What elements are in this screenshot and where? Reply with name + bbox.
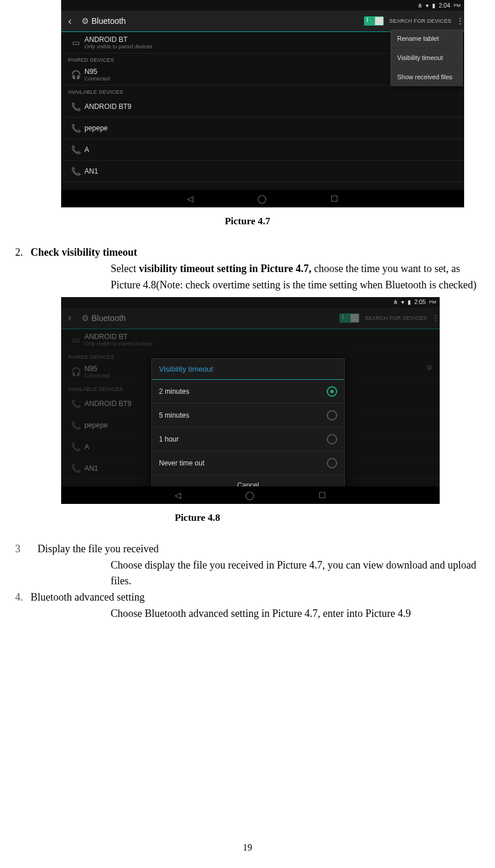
wifi-icon: ▾	[401, 299, 404, 305]
item2-heading: Check visibility timeout	[31, 246, 137, 258]
phone-icon: 📞	[67, 102, 84, 111]
headphones-icon: 🎧	[67, 367, 84, 376]
bluetooth-toggle[interactable]: I	[364, 16, 384, 26]
option-5-minutes[interactable]: 5 minutes	[152, 404, 344, 428]
item3-number: 3	[15, 541, 28, 558]
header-title: Bluetooth	[91, 16, 364, 26]
overflow-menu-icon: ⋮	[432, 313, 440, 323]
phone-icon: 📞	[67, 167, 84, 176]
item4-body: Choose Bluetooth advanced setting in Pic…	[111, 606, 483, 622]
caption-picture-4-7: Picture 4.7	[12, 216, 483, 227]
option-never-time-out[interactable]: Never time out	[152, 451, 344, 475]
status-time: 2:04	[439, 2, 450, 9]
section-available: AVAILABLE DEVICES	[61, 86, 464, 96]
radio-icon	[327, 458, 337, 468]
radio-icon	[327, 410, 337, 421]
item2-body: Select visibility timeout setting in Pic…	[111, 261, 483, 294]
item4-number: 4.	[15, 590, 28, 606]
status-time: 2:05	[415, 299, 426, 305]
item4-heading: Bluetooth advanced setting	[31, 591, 145, 603]
nav-home-icon[interactable]: ◯	[245, 491, 254, 500]
status-ampm: PM	[454, 3, 461, 8]
system-nav-bar: ◁ ◯ ☐	[61, 486, 440, 504]
radio-icon	[327, 434, 337, 444]
dialog-title: Visibility timeout	[152, 359, 344, 380]
status-ampm: PM	[429, 299, 436, 305]
status-bar: ⋔ ▾ ▮ 2:05 PM	[61, 297, 440, 308]
bluetooth-toggle: I	[340, 313, 359, 323]
app-header: ‹ ⚙ Bluetooth I SEARCH FOR DEVICES ⋮	[61, 308, 440, 329]
back-icon[interactable]: ‹	[61, 15, 79, 27]
radio-selected-icon	[327, 386, 337, 397]
tablet-icon: ▭	[67, 335, 84, 344]
option-1-hour[interactable]: 1 hour	[152, 428, 344, 451]
device-settings-icon: ⚙	[426, 364, 433, 372]
battery-icon: ▮	[408, 299, 411, 305]
screenshot-bluetooth-menu: ⋔ ▾ ▮ 2:04 PM ‹ ⚙ Bluetooth I SEARCH FOR…	[61, 0, 464, 207]
menu-show-received-files[interactable]: Show received files	[390, 68, 463, 86]
list-item-2: 2. Check visibility timeout	[15, 245, 483, 261]
item2-number: 2.	[15, 245, 28, 261]
search-devices-button: SEARCH FOR DEVICES	[365, 315, 427, 321]
screenshot-visibility-dialog: ⋔ ▾ ▮ 2:05 PM ‹ ⚙ Bluetooth I SEARCH FOR…	[61, 297, 440, 504]
nav-back-icon[interactable]: ◁	[175, 491, 181, 500]
available-device-row[interactable]: 📞 A	[61, 139, 464, 161]
overflow-menu: Rename tablet Visibility timeout Show re…	[390, 29, 463, 86]
self-device-row: ▭ ANDROID BT Only visible to paired devi…	[61, 329, 440, 351]
headphones-icon: 🎧	[67, 70, 84, 79]
nav-recents-icon[interactable]: ☐	[331, 194, 338, 203]
phone-icon: 📞	[67, 124, 84, 133]
menu-rename-tablet[interactable]: Rename tablet	[390, 29, 463, 48]
nav-home-icon[interactable]: ◯	[257, 194, 267, 203]
settings-gear-icon: ⚙	[79, 16, 91, 26]
battery-icon: ▮	[432, 2, 436, 9]
phone-icon: 📞	[67, 442, 84, 451]
bluetooth-icon: ⋔	[393, 299, 398, 305]
tablet-icon: ▭	[67, 38, 84, 47]
back-icon: ‹	[61, 312, 79, 324]
page-number: 19	[0, 842, 495, 853]
search-devices-button[interactable]: SEARCH FOR DEVICES	[390, 18, 451, 24]
settings-gear-icon: ⚙	[79, 313, 91, 323]
option-2-minutes[interactable]: 2 minutes	[152, 380, 344, 404]
available-device-row[interactable]: 📞 AN1	[61, 161, 464, 182]
nav-back-icon[interactable]: ◁	[187, 194, 193, 203]
phone-icon: 📞	[67, 464, 84, 473]
bluetooth-icon: ⋔	[418, 2, 422, 9]
list-item-4: 4. Bluetooth advanced setting	[15, 590, 483, 606]
wifi-icon: ▾	[426, 2, 429, 9]
available-device-row[interactable]: 📞 pepepe	[61, 118, 464, 139]
document-page: ⋔ ▾ ▮ 2:04 PM ‹ ⚙ Bluetooth I SEARCH FOR…	[0, 0, 495, 868]
header-title: Bluetooth	[91, 313, 340, 323]
system-nav-bar: ◁ ◯ ☐	[61, 190, 464, 207]
menu-visibility-timeout[interactable]: Visibility timeout	[390, 48, 463, 68]
phone-icon: 📞	[67, 421, 84, 430]
status-bar: ⋔ ▾ ▮ 2:04 PM	[61, 0, 464, 10]
item3-heading: Display the file you received	[38, 543, 159, 555]
visibility-timeout-dialog: Visibility timeout 2 minutes 5 minutes 1…	[151, 358, 345, 496]
item3-body: Choose display the file you received in …	[111, 558, 483, 590]
phone-icon: 📞	[67, 399, 84, 408]
overflow-menu-icon[interactable]: ⋮	[456, 16, 464, 26]
phone-icon: 📞	[67, 145, 84, 154]
list-item-3: 3 Display the file you received	[15, 541, 483, 558]
caption-picture-4-8: Picture 4.8	[175, 512, 483, 524]
available-device-row[interactable]: 📞 ANDROID BT9	[61, 96, 464, 118]
nav-recents-icon[interactable]: ☐	[319, 491, 326, 500]
